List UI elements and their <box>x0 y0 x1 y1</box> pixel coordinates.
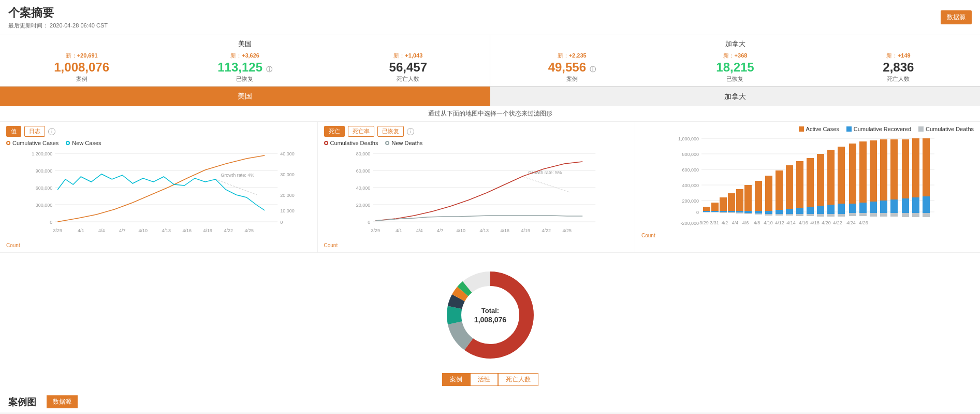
svg-text:0: 0 <box>368 220 370 225</box>
svg-rect-84 <box>765 211 772 214</box>
svg-rect-68 <box>720 197 727 212</box>
svg-text:4/13: 4/13 <box>162 228 171 233</box>
svg-text:4/22: 4/22 <box>833 220 842 225</box>
svg-rect-69 <box>720 211 727 212</box>
svg-rect-91 <box>786 214 793 216</box>
svg-text:4/25: 4/25 <box>562 228 572 233</box>
canada-recovered-stat: 新：+368 18,215 已恢复 <box>653 49 816 86</box>
svg-rect-79 <box>744 213 752 214</box>
chart1-log-btn[interactable]: 日志 <box>24 126 45 137</box>
svg-rect-121 <box>890 213 898 217</box>
svg-text:4/7: 4/7 <box>119 228 126 233</box>
canada-deaths-value: 2,836 <box>822 61 975 74</box>
svg-rect-86 <box>776 170 783 211</box>
cumulative-cases-dot <box>6 141 10 145</box>
svg-text:4/4: 4/4 <box>732 220 739 225</box>
svg-line-38 <box>523 177 569 192</box>
svg-text:Growth rate: 4%: Growth rate: 4% <box>221 173 254 178</box>
svg-rect-126 <box>912 197 919 213</box>
canada-new-deaths: 新：+149 <box>822 52 975 60</box>
svg-text:4/20: 4/20 <box>822 220 831 225</box>
svg-text:4/8: 4/8 <box>754 220 760 225</box>
svg-text:4/16: 4/16 <box>182 228 192 233</box>
svg-text:4/24: 4/24 <box>846 220 856 225</box>
svg-text:4/14: 4/14 <box>786 220 796 225</box>
svg-text:4/25: 4/25 <box>244 228 254 233</box>
svg-text:4/1: 4/1 <box>78 228 84 233</box>
chart3-legend: Active Cases Cumulative Recovered Cumula… <box>641 126 974 132</box>
usa-new-deaths-label: 新：+1,043 <box>332 52 485 60</box>
svg-rect-129 <box>923 196 930 213</box>
tab-canada[interactable]: 加拿大 <box>490 87 981 106</box>
svg-text:900,000: 900,000 <box>36 168 53 174</box>
canada-label: 加拿大 <box>490 35 980 49</box>
chart-stacked: Active Cases Cumulative Recovered Cumula… <box>635 122 980 252</box>
usa-recovered-value: 113,125 ⓘ <box>168 61 321 74</box>
chart2-recovered-btn[interactable]: 已恢复 <box>377 126 404 137</box>
legend-deaths-bar: Cumulative Deaths <box>918 126 974 132</box>
usa-deaths-stat: 新：+1,043 56,457 死亡人数 <box>327 49 490 86</box>
page-header: 个案摘要 最后更新时间： 2020-04-28 06:40 CST 数据源 <box>0 0 980 35</box>
svg-rect-115 <box>870 213 877 217</box>
svg-rect-127 <box>912 213 919 217</box>
svg-text:300,000: 300,000 <box>36 203 53 208</box>
chart1-legend: Cumulative Cases New Cases <box>6 140 311 146</box>
svg-rect-70 <box>720 212 727 213</box>
svg-rect-111 <box>859 203 867 213</box>
svg-rect-88 <box>776 214 783 216</box>
chart2-deaths-btn[interactable]: 死亡 <box>324 126 345 137</box>
usa-new-cases-label: 新：+20,691 <box>5 52 158 60</box>
svg-rect-120 <box>890 199 898 213</box>
svg-rect-98 <box>817 154 824 207</box>
svg-rect-112 <box>859 213 867 216</box>
legend-new-deaths: New Deaths <box>385 140 422 146</box>
data-source-button[interactable]: 数据源 <box>941 10 972 24</box>
usa-deaths-value: 56,457 <box>332 61 485 74</box>
tab-bar: 美国 加拿大 <box>0 87 980 106</box>
donut-btn-active[interactable]: 活性 <box>470 373 498 386</box>
svg-rect-77 <box>744 185 752 212</box>
chart2-info-icon[interactable]: i <box>407 128 414 135</box>
chart1-info-icon[interactable]: i <box>48 128 55 135</box>
svg-rect-110 <box>859 141 867 204</box>
bottom-data-source-btn[interactable]: 数据源 <box>47 395 78 408</box>
svg-rect-124 <box>902 213 909 217</box>
chart2-deathrate-btn[interactable]: 死亡率 <box>348 126 374 137</box>
svg-rect-78 <box>744 211 752 213</box>
svg-rect-109 <box>849 213 856 216</box>
svg-rect-102 <box>827 205 835 214</box>
svg-point-153 <box>462 287 519 344</box>
canada-cases-stat: 新：+2,235 49,556 ⓘ 案例 <box>490 49 653 86</box>
svg-rect-94 <box>796 214 803 216</box>
active-cases-rect <box>799 126 804 132</box>
svg-text:4/22: 4/22 <box>542 228 551 233</box>
donut-btn-deaths[interactable]: 死亡人数 <box>498 373 538 386</box>
canada-cases-label: 案例 <box>495 75 648 83</box>
svg-rect-76 <box>736 212 743 213</box>
svg-rect-123 <box>902 198 909 213</box>
svg-text:60,000: 60,000 <box>356 168 370 174</box>
svg-text:4/10: 4/10 <box>764 220 773 225</box>
legend-new-cases: New Cases <box>66 140 101 146</box>
header-left: 个案摘要 最后更新时间： 2020-04-28 06:40 CST <box>8 5 108 30</box>
filter-hint: 通过从下面的地图中选择一个状态来过滤图形 <box>0 106 980 122</box>
svg-text:4/26: 4/26 <box>859 220 868 225</box>
chart1-value-btn[interactable]: 值 <box>6 126 21 137</box>
svg-text:4/1: 4/1 <box>395 228 402 233</box>
svg-text:-200,000: -200,000 <box>680 221 699 226</box>
svg-rect-103 <box>827 214 835 217</box>
svg-text:30,000: 30,000 <box>280 172 295 177</box>
svg-text:400,000: 400,000 <box>682 183 699 188</box>
svg-rect-92 <box>796 161 803 209</box>
svg-rect-71 <box>728 193 735 212</box>
svg-text:Total:: Total: <box>481 307 499 315</box>
usa-stats-items: 新：+20,691 1,008,076 案例 新：+3,626 113,125 … <box>0 49 490 86</box>
svg-text:600,000: 600,000 <box>36 185 53 191</box>
svg-text:4/10: 4/10 <box>456 228 465 233</box>
donut-btn-cases[interactable]: 案例 <box>442 373 470 386</box>
svg-text:0: 0 <box>50 220 52 225</box>
tab-usa[interactable]: 美国 <box>0 87 490 106</box>
svg-rect-130 <box>923 213 930 217</box>
svg-rect-114 <box>870 202 877 213</box>
bottom-title: 案例图 <box>8 396 36 408</box>
